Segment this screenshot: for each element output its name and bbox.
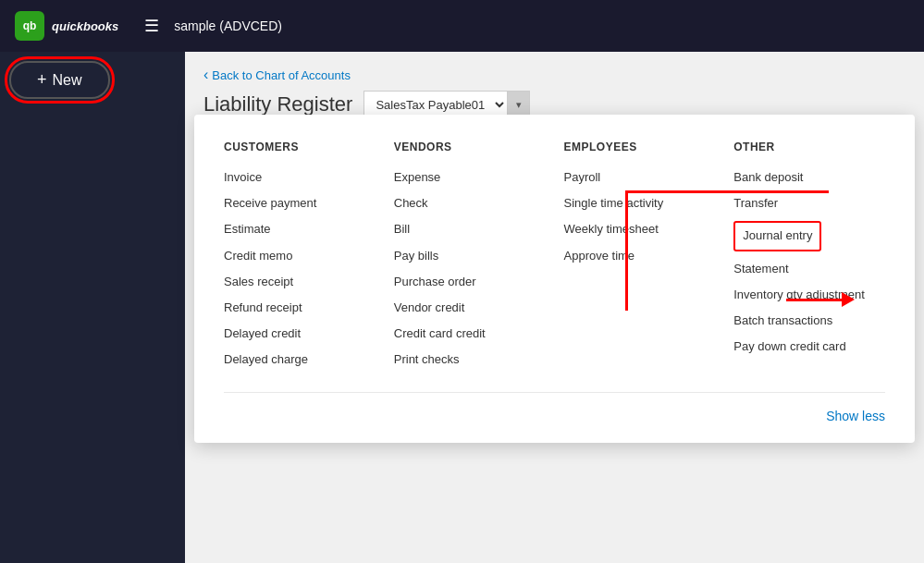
menu-item-journal-entry-wrapper[interactable]: Journal entry bbox=[733, 216, 885, 255]
menu-item-receive-payment[interactable]: Receive payment bbox=[224, 190, 376, 216]
vendors-header: VENDORS bbox=[394, 141, 546, 153]
menu-item-pay-bills[interactable]: Pay bills bbox=[394, 243, 546, 269]
menu-item-sales-receipt[interactable]: Sales receipt bbox=[224, 269, 376, 295]
menu-item-purchase-order[interactable]: Purchase order bbox=[394, 269, 546, 295]
back-link[interactable]: Back to Chart of Accounts bbox=[203, 67, 906, 83]
menu-item-print-checks[interactable]: Print checks bbox=[394, 347, 546, 373]
menu-item-check[interactable]: Check bbox=[394, 190, 546, 216]
new-button[interactable]: + New bbox=[9, 61, 110, 99]
new-button-label: New bbox=[53, 72, 82, 89]
menu-item-vendor-credit[interactable]: Vendor credit bbox=[394, 295, 546, 321]
menu-item-refund-receipt[interactable]: Refund receipt bbox=[224, 295, 376, 321]
menu-item-credit-card-credit[interactable]: Credit card credit bbox=[394, 321, 546, 347]
menu-item-invoice[interactable]: Invoice bbox=[224, 165, 376, 190]
other-header: OTHER bbox=[733, 141, 885, 153]
menu-item-delayed-charge[interactable]: Delayed charge bbox=[224, 347, 376, 373]
vendors-column: VENDORS Expense Check Bill Pay bills Pur… bbox=[394, 141, 546, 373]
sidebar bbox=[0, 52, 185, 563]
nav-title: sample (ADVCED) bbox=[174, 18, 282, 33]
menu-item-statement[interactable]: Statement bbox=[733, 256, 885, 282]
employees-header: EMPLOYEES bbox=[564, 141, 716, 153]
menu-item-credit-memo[interactable]: Credit memo bbox=[224, 243, 376, 269]
arrow-annotation bbox=[786, 292, 855, 307]
red-arrow bbox=[786, 292, 855, 307]
arrow-head-icon bbox=[842, 292, 855, 307]
plus-icon: + bbox=[37, 70, 47, 90]
menu-item-pay-down-credit-card[interactable]: Pay down credit card bbox=[733, 334, 885, 360]
dropdown-grid: CUSTOMERS Invoice Receive payment Estima… bbox=[224, 141, 885, 373]
dropdown-panel: CUSTOMERS Invoice Receive payment Estima… bbox=[194, 115, 915, 443]
menu-item-weekly-timesheet[interactable]: Weekly timesheet bbox=[564, 216, 716, 242]
menu-item-single-time-activity[interactable]: Single time activity bbox=[564, 190, 716, 216]
hamburger-icon[interactable]: ☰ bbox=[144, 16, 159, 36]
show-less-link[interactable]: Show less bbox=[826, 409, 885, 423]
menu-item-bank-deposit[interactable]: Bank deposit bbox=[733, 165, 885, 190]
menu-item-transfer[interactable]: Transfer bbox=[733, 190, 885, 216]
app-name: quickbooks bbox=[52, 19, 118, 33]
menu-item-payroll[interactable]: Payroll bbox=[564, 165, 716, 190]
page-title: Liability Register bbox=[203, 92, 352, 116]
top-navigation: qb quickbooks ☰ sample (ADVCED) bbox=[0, 0, 924, 52]
other-column: OTHER Bank deposit Transfer Journal entr… bbox=[733, 141, 885, 373]
menu-item-bill[interactable]: Bill bbox=[394, 216, 546, 242]
menu-item-batch-transactions[interactable]: Batch transactions bbox=[733, 308, 885, 334]
customers-header: CUSTOMERS bbox=[224, 141, 376, 153]
quickbooks-logo: qb quickbooks bbox=[15, 11, 118, 41]
content-area: Back to Chart of Accounts Liability Regi… bbox=[185, 52, 924, 563]
qb-icon: qb bbox=[15, 11, 44, 41]
menu-item-estimate[interactable]: Estimate bbox=[224, 216, 376, 242]
menu-item-approve-time[interactable]: Approve time bbox=[564, 243, 716, 269]
employees-column: EMPLOYEES Payroll Single time activity W… bbox=[564, 141, 716, 373]
arrow-line bbox=[786, 299, 842, 301]
customers-column: CUSTOMERS Invoice Receive payment Estima… bbox=[224, 141, 376, 373]
menu-item-expense[interactable]: Expense bbox=[394, 165, 546, 190]
new-button-area: + New bbox=[9, 61, 110, 99]
menu-item-journal-entry[interactable]: Journal entry bbox=[733, 221, 821, 251]
show-less-area: Show less bbox=[224, 392, 885, 424]
main-area: + New Back to Chart of Accounts Liabilit… bbox=[0, 52, 924, 563]
menu-item-delayed-credit[interactable]: Delayed credit bbox=[224, 321, 376, 347]
